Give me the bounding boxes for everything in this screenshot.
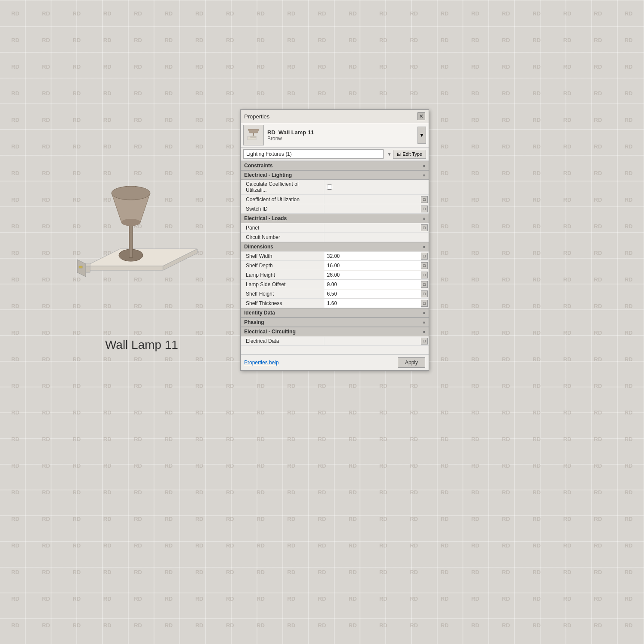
lamp-area: Wall Lamp 11	[34, 129, 249, 343]
prop-label-lamp-side-offset: Lamp Side Offset	[241, 280, 324, 289]
panel-bottom: Properties help Apply	[241, 354, 429, 370]
prop-row-coefficient-utilization: Coefficient of Utilization □	[241, 195, 429, 204]
svg-point-11	[121, 219, 140, 226]
constraints-collapse-icon: «	[423, 163, 425, 168]
prop-btn-panel[interactable]: □	[421, 224, 428, 231]
prop-btn-shelf-width[interactable]: □	[421, 253, 428, 260]
prop-value-shelf-depth[interactable]: 16.00	[324, 261, 421, 270]
prop-value-shelf-width[interactable]: 32.00	[324, 252, 421, 260]
prop-value-lamp-side-offset[interactable]: 9.00	[324, 280, 421, 289]
prop-btn-electrical-data[interactable]: □	[421, 338, 428, 345]
lamp-title: Wall Lamp 11	[34, 338, 249, 352]
prop-row-circuit-number: Circuit Number	[241, 233, 429, 242]
section-phasing[interactable]: Phasing »	[241, 317, 429, 327]
prop-value-electrical-data[interactable]	[324, 337, 421, 345]
apply-button[interactable]: Apply	[398, 357, 425, 368]
panel-titlebar: Properties ✕	[241, 110, 429, 123]
prop-label-switch-id: Switch ID	[241, 205, 324, 213]
object-dropdown-button[interactable]: ▼	[417, 127, 426, 144]
edit-type-icon: ⊞	[397, 151, 401, 157]
object-selector-row: RD_Wall Lamp 11 Bronw ▼	[241, 123, 429, 148]
category-row: Lighting Fixtures (1) ▼ ⊞ Edit Type	[241, 148, 429, 161]
prop-row-switch-id: Switch ID □	[241, 204, 429, 214]
object-icon	[243, 125, 264, 145]
prop-row-calculate-cu: Calculate Coefficient of Utilizati...	[241, 180, 429, 195]
prop-value-coefficient-utilization[interactable]	[324, 195, 421, 204]
object-thumbnail	[245, 127, 262, 143]
svg-point-16	[250, 136, 257, 138]
prop-label-shelf-width: Shelf Width	[241, 252, 324, 260]
electrical-loads-collapse-icon: «	[423, 216, 425, 221]
prop-btn-lamp-side-offset[interactable]: □	[421, 281, 428, 288]
prop-row-shelf-thickness: Shelf Thickness 1.60 □	[241, 299, 429, 308]
section-electrical-loads[interactable]: Electrical - Loads «	[241, 214, 429, 223]
phasing-collapse-icon: »	[423, 320, 425, 325]
prop-row-lamp-side-offset: Lamp Side Offset 9.00 □	[241, 280, 429, 289]
prop-row-shelf-width: Shelf Width 32.00 □	[241, 251, 429, 261]
object-name-line1: RD_Wall Lamp 11	[267, 129, 414, 136]
prop-btn-shelf-depth[interactable]: □	[421, 262, 428, 269]
close-button[interactable]: ✕	[417, 112, 425, 120]
panel-title: Properties	[244, 113, 269, 120]
prop-checkbox-calculate-cu[interactable]	[324, 183, 335, 191]
svg-rect-7	[129, 223, 133, 257]
prop-label-coefficient-utilization: Coefficient of Utilization	[241, 195, 324, 204]
properties-help-link[interactable]: Properties help	[244, 360, 279, 366]
prop-row-panel: Panel □	[241, 223, 429, 233]
prop-label-shelf-depth: Shelf Depth	[241, 261, 324, 270]
prop-btn-switch-id[interactable]: □	[421, 206, 428, 212]
section-electrical-circuiting[interactable]: Electrical - Circuiting «	[241, 327, 429, 336]
prop-row-shelf-depth: Shelf Depth 16.00 □	[241, 261, 429, 270]
prop-row-electrical-data: Electrical Data □	[241, 336, 429, 346]
calculate-cu-checkbox[interactable]	[327, 184, 332, 190]
prop-btn-lamp-height[interactable]: □	[421, 272, 428, 278]
prop-btn-shelf-thickness[interactable]: □	[421, 300, 428, 307]
prop-value-shelf-height[interactable]: 6.50	[324, 290, 421, 298]
section-identity-data[interactable]: Identity Data »	[241, 308, 429, 317]
prop-label-shelf-height: Shelf Height	[241, 290, 324, 298]
section-constraints[interactable]: Constraints «	[241, 161, 429, 170]
prop-label-panel: Panel	[241, 224, 324, 232]
identity-data-collapse-icon: »	[423, 311, 425, 315]
edit-type-button[interactable]: ⊞ Edit Type	[393, 150, 426, 159]
prop-row-shelf-height: Shelf Height 6.50 □	[241, 289, 429, 299]
prop-row-lamp-height: Lamp Height 26.00 □	[241, 270, 429, 280]
section-electrical-lighting[interactable]: Electrical - Lighting «	[241, 170, 429, 180]
prop-value-shelf-thickness[interactable]: 1.60	[324, 299, 421, 308]
section-dimensions[interactable]: Dimensions «	[241, 242, 429, 251]
prop-label-lamp-height: Lamp Height	[241, 271, 324, 279]
prop-value-circuit-number[interactable]	[324, 233, 429, 242]
electrical-lighting-collapse-icon: «	[423, 173, 425, 178]
electrical-circuiting-collapse-icon: «	[423, 330, 425, 334]
lamp-illustration	[34, 129, 215, 317]
prop-value-switch-id[interactable]	[324, 205, 421, 213]
prop-value-lamp-height[interactable]: 26.00	[324, 271, 421, 279]
prop-label-shelf-thickness: Shelf Thickness	[241, 299, 324, 308]
dimensions-collapse-icon: «	[423, 245, 425, 249]
prop-label-electrical-data: Electrical Data	[241, 337, 324, 345]
prop-value-panel[interactable]	[324, 224, 421, 232]
category-select[interactable]: Lighting Fixtures (1)	[243, 149, 384, 159]
svg-marker-1	[86, 266, 163, 270]
prop-label-circuit-number: Circuit Number	[241, 233, 324, 242]
svg-point-10	[112, 186, 150, 200]
svg-marker-15	[248, 129, 259, 133]
prop-label-calculate-cu: Calculate Coefficient of Utilizati...	[241, 180, 324, 194]
object-name: RD_Wall Lamp 11 Bronw	[267, 129, 414, 142]
prop-btn-coefficient-utilization[interactable]: □	[421, 196, 428, 203]
object-name-line2: Bronw	[267, 136, 414, 142]
main-content: Wall Lamp 11 Properties ✕ RD_Wall Lamp 1…	[0, 0, 644, 644]
spacer-row	[241, 346, 429, 354]
properties-panel: Properties ✕ RD_Wall Lamp 11 Bronw ▼	[240, 109, 429, 371]
prop-btn-shelf-height[interactable]: □	[421, 290, 428, 297]
svg-rect-12	[79, 266, 82, 268]
